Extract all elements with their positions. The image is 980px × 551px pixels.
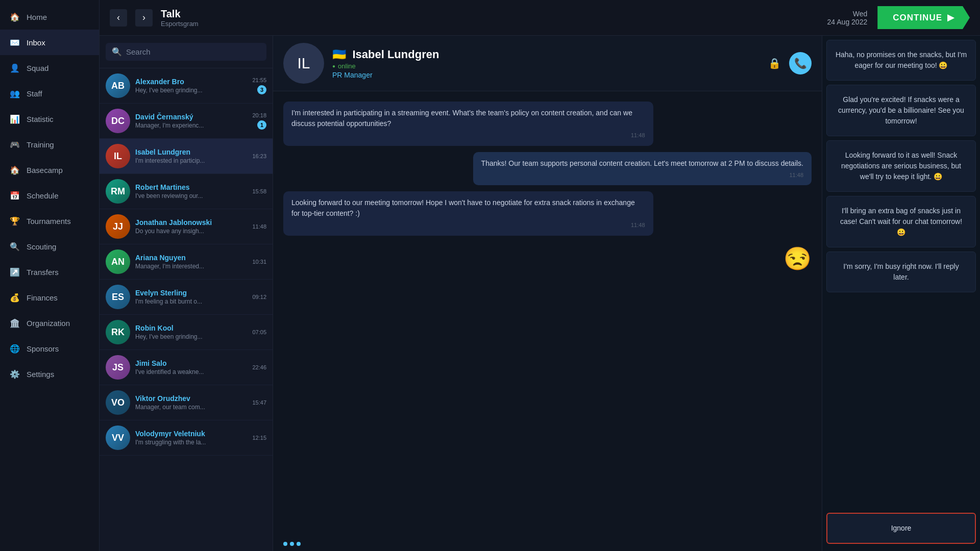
message-time: 15:58 <box>252 188 266 194</box>
message-preview: Manager, I'm interested... <box>135 263 247 270</box>
sidebar-item-finances[interactable]: 💰 Finances <box>0 285 99 310</box>
inbox-item[interactable]: AN Ariana Nguyen Manager, I'm interested… <box>100 244 273 280</box>
response-option[interactable]: I'll bring an extra bag of snacks just i… <box>826 196 976 247</box>
avatar: ES <box>106 285 130 309</box>
message-preview: Manager, I'm experienc... <box>135 122 247 129</box>
avatar: RM <box>106 179 130 204</box>
nav-label: Squad <box>27 64 48 72</box>
chat-header: IL 🇺🇦 Isabel Lundgren online PR Manager … <box>273 36 822 91</box>
avatar: VO <box>106 390 130 415</box>
inbox-info: Jimi Salo I've identified a weakne... <box>135 359 247 375</box>
nav-icon-staff: 👥 <box>9 88 20 99</box>
inbox-item[interactable]: RM Robert Martines I've been reviewing o… <box>100 174 273 209</box>
nav-icon-scouting: 🔍 <box>9 241 20 252</box>
sidebar-item-statistic[interactable]: 📊 Statistic <box>0 106 99 132</box>
topbar-left: ‹ › Talk Esportsgram <box>110 8 199 28</box>
message-timestamp: 11:48 <box>481 171 803 180</box>
inbox-meta: 16:23 <box>252 153 266 159</box>
search-icon: 🔍 <box>112 47 122 57</box>
message-time: 12:15 <box>252 435 266 441</box>
sidebar-item-squad[interactable]: 👤 Squad <box>0 55 99 81</box>
response-option[interactable]: Looking forward to it as well! Snack neg… <box>826 140 976 192</box>
message-preview: Do you have any insigh... <box>135 228 247 235</box>
inbox-item[interactable]: JS Jimi Salo I've identified a weakne...… <box>100 350 273 385</box>
sidebar-item-staff[interactable]: 👥 Staff <box>0 81 99 106</box>
message-preview: I've been reviewing our... <box>135 192 247 199</box>
sidebar-item-home[interactable]: 🏠 Home <box>0 4 99 30</box>
sidebar-item-transfers[interactable]: ↗️ Transfers <box>0 259 99 285</box>
response-option[interactable]: I'm sorry, I'm busy right now. I'll repl… <box>826 252 976 292</box>
message-preview: Hey, I've been grinding... <box>135 333 247 340</box>
sidebar-item-settings[interactable]: ⚙️ Settings <box>0 361 99 387</box>
nav-icon-training: 🎮 <box>9 139 20 150</box>
typing-indicator <box>273 537 822 551</box>
message-time: 21:55 <box>252 77 266 83</box>
inbox-item[interactable]: RK Robin Kool Hey, I've been grinding...… <box>100 315 273 350</box>
sidebar-item-schedule[interactable]: 📅 Schedule <box>0 183 99 208</box>
chat-messages: I'm interested in participating in a str… <box>273 91 822 537</box>
search-input[interactable] <box>126 47 260 56</box>
inbox-item[interactable]: DC David Černanský Manager, I'm experien… <box>100 104 273 139</box>
nav-icon-home: 🏠 <box>9 11 20 22</box>
message-time: 20:18 <box>252 112 266 118</box>
inbox-item[interactable]: VV Volodymyr Veletniuk I'm struggling wi… <box>100 420 273 456</box>
sidebar-item-organization[interactable]: 🏛️ Organization <box>0 310 99 336</box>
continue-button[interactable]: CONTINUE ▶ <box>877 6 970 29</box>
inbox-item[interactable]: VO Viktor Orudzhev Manager, our team com… <box>100 385 273 420</box>
inbox-meta: 07:05 <box>252 329 266 335</box>
page-subtitle: Esportsgram <box>161 20 199 28</box>
nav-icon-sponsors: 🌐 <box>9 343 20 354</box>
lock-icon: 🔒 <box>768 57 781 69</box>
nav-icon-tournaments: 🏆 <box>9 215 20 227</box>
message-time: 15:47 <box>252 399 266 406</box>
inbox-info: Evelyn Sterling I'm feeling a bit burnt … <box>135 289 247 305</box>
continue-arrow-icon: ▶ <box>947 12 954 23</box>
chat-message-emoji: 😒 <box>783 242 812 276</box>
nav-label: Statistic <box>27 115 54 123</box>
inbox-meta: 22:46 <box>252 364 266 370</box>
continue-label: CONTINUE <box>893 13 942 23</box>
search-input-wrap[interactable]: 🔍 <box>106 43 266 61</box>
avatar: RK <box>106 320 130 344</box>
response-option[interactable]: Haha, no promises on the snacks, but I'm… <box>826 40 976 81</box>
nav-icon-squad: 👤 <box>9 62 20 73</box>
chat-message: Looking forward to our meeting tomorrow!… <box>283 191 653 236</box>
back-button[interactable]: ‹ <box>110 9 127 27</box>
sidebar-item-inbox[interactable]: ✉️ Inbox <box>0 30 99 55</box>
inbox-info: Robin Kool Hey, I've been grinding... <box>135 324 247 340</box>
sidebar-item-scouting[interactable]: 🔍 Scouting <box>0 234 99 259</box>
inbox-item[interactable]: ES Evelyn Sterling I'm feeling a bit bur… <box>100 280 273 315</box>
topbar-title: Talk Esportsgram <box>161 8 199 28</box>
inbox-item[interactable]: JJ Jonathan Jablonowski Do you have any … <box>100 209 273 244</box>
contact-name: Isabel Lundgren <box>135 148 247 156</box>
nav-label: Training <box>27 140 54 149</box>
inbox-info: Alexander Bro Hey, I've been grinding... <box>135 78 247 94</box>
contact-name: Ariana Nguyen <box>135 254 247 262</box>
message-preview: I'm interested in particip... <box>135 157 247 164</box>
message-time: 10:31 <box>252 259 266 265</box>
nav-label: Inbox <box>27 38 45 47</box>
typing-dot-1 <box>283 542 287 546</box>
sidebar: 🏠 Home✉️ Inbox👤 Squad👥 Staff📊 Statistic🎮… <box>0 0 100 551</box>
sidebar-item-tournaments[interactable]: 🏆 Tournaments <box>0 208 99 234</box>
message-timestamp: 11:48 <box>291 131 645 140</box>
forward-button[interactable]: › <box>135 9 153 27</box>
nav-label: Finances <box>27 293 58 302</box>
inbox-item[interactable]: AB Alexander Bro Hey, I've been grinding… <box>100 68 273 104</box>
sidebar-item-basecamp[interactable]: 🏠 Basecamp <box>0 157 99 183</box>
topbar: ‹ › Talk Esportsgram Wed 24 Aug 2022 CON… <box>100 0 980 36</box>
date-display: Wed 24 Aug 2022 <box>827 10 868 26</box>
chat-user-flag: 🇺🇦 <box>332 48 346 61</box>
contact-name: Robin Kool <box>135 324 247 332</box>
nav-icon-organization: 🏛️ <box>9 317 20 329</box>
search-bar: 🔍 <box>100 36 273 68</box>
chat-user-role: PR Manager <box>332 71 760 79</box>
response-option[interactable]: Glad you're excited! If snacks were a cu… <box>826 85 976 136</box>
message-time: 11:48 <box>252 223 266 230</box>
sidebar-item-sponsors[interactable]: 🌐 Sponsors <box>0 336 99 361</box>
ignore-button[interactable]: Ignore <box>826 513 976 544</box>
sidebar-item-training[interactable]: 🎮 Training <box>0 132 99 157</box>
phone-button[interactable]: 📞 <box>789 52 812 74</box>
inbox-item[interactable]: IL Isabel Lundgren I'm interested in par… <box>100 139 273 174</box>
nav-icon-schedule: 📅 <box>9 190 20 201</box>
